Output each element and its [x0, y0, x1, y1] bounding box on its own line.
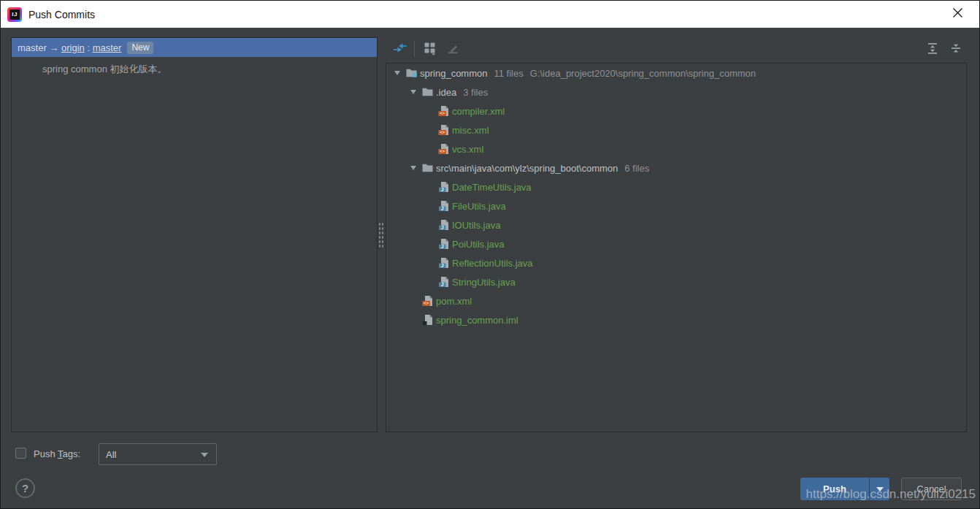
edit-pencil-icon: [446, 41, 461, 58]
tree-row[interactable]: JIOUtils.java: [386, 215, 966, 234]
new-branch-badge: New: [127, 42, 153, 54]
branch-row[interactable]: master → origin : master New: [12, 38, 377, 57]
tree-row[interactable]: <>pom.xml: [386, 291, 966, 310]
push-dropdown-button[interactable]: [870, 478, 889, 500]
java-file-icon: J: [437, 181, 452, 193]
push-tags-label-prefix: Push: [34, 448, 58, 459]
help-button[interactable]: ?: [15, 478, 35, 498]
close-button[interactable]: [941, 1, 973, 27]
remote-branch-link[interactable]: master: [93, 42, 122, 53]
push-tags-label-suffix: ags:: [63, 448, 81, 459]
show-diff-icon: [393, 41, 407, 58]
xml-file-icon: <>: [421, 295, 436, 307]
folder-icon: [421, 86, 436, 98]
toolbar-separator: [414, 41, 415, 57]
intellij-logo-icon: [7, 7, 22, 22]
tree-item-name: PoiUtils.java: [452, 239, 505, 250]
close-icon: [952, 7, 963, 21]
push-commits-dialog: Push Commits master → origin : master Ne…: [0, 0, 980, 509]
tree-item-name: pom.xml: [436, 296, 472, 307]
svg-text:J: J: [441, 206, 444, 211]
tree-item-name: misc.xml: [452, 125, 489, 136]
java-file-icon: J: [437, 276, 452, 288]
local-branch: master: [18, 42, 47, 53]
tree-row[interactable]: JReflectionUtils.java: [386, 253, 966, 272]
tags-dropdown[interactable]: All: [99, 443, 217, 465]
module-folder-icon: [405, 67, 420, 79]
collapse-all-icon: [949, 42, 962, 58]
chevron-expanded-icon[interactable]: [405, 90, 421, 94]
tree-item-name: .idea: [436, 87, 456, 98]
arrow-right-icon: →: [49, 42, 58, 53]
tree-row[interactable]: JPoiUtils.java: [386, 234, 966, 253]
group-by-icon: [423, 41, 437, 58]
tree-row[interactable]: spring_common.iml: [386, 310, 966, 329]
java-file-icon: J: [437, 200, 452, 212]
tree-row[interactable]: JFileUtils.java: [386, 196, 966, 215]
push-split-button: Push: [800, 478, 889, 500]
xml-file-icon: <>: [437, 105, 452, 117]
tree-item-name: IOUtils.java: [452, 220, 500, 231]
tree-row[interactable]: <>misc.xml: [386, 120, 966, 139]
chevron-expanded-icon[interactable]: [405, 166, 421, 170]
svg-text:<>: <>: [440, 148, 445, 153]
svg-text:J: J: [441, 263, 444, 268]
push-tags-checkbox[interactable]: [15, 448, 26, 459]
tree-item-name: spring_common: [420, 68, 488, 79]
svg-text:J: J: [441, 187, 444, 192]
tree-item-file-count: 3 files: [463, 87, 488, 98]
splitter-grip-icon: [378, 222, 384, 248]
cancel-button[interactable]: Cancel: [901, 478, 962, 500]
collapse-all-button[interactable]: [946, 40, 965, 59]
show-diff-button[interactable]: [391, 40, 410, 59]
tags-dropdown-value: All: [106, 449, 116, 460]
tree-item-name: ReflectionUtils.java: [452, 258, 533, 269]
help-question-icon: ?: [22, 482, 28, 494]
tree-item-file-count: 6 files: [624, 163, 649, 174]
remote-link[interactable]: origin: [61, 42, 85, 53]
chevron-expanded-icon[interactable]: [389, 71, 405, 75]
xml-file-icon: <>: [437, 124, 452, 136]
java-file-icon: J: [437, 257, 452, 269]
push-tags-label: Push Tags:: [34, 448, 80, 459]
commits-panel: master → origin : master New spring comm…: [11, 37, 378, 432]
tree-row[interactable]: spring_common11 filesG:\idea_project2020…: [386, 64, 966, 83]
expand-all-icon: [926, 42, 939, 58]
iml-file-icon: [421, 314, 436, 326]
svg-text:J: J: [441, 282, 444, 287]
tree-item-name: DateTimeUtils.java: [452, 182, 532, 193]
svg-text:<>: <>: [424, 300, 429, 305]
folder-icon: [421, 162, 436, 174]
svg-text:<>: <>: [440, 110, 445, 115]
push-button[interactable]: Push: [800, 478, 869, 500]
tree-row[interactable]: JStringUtils.java: [386, 272, 966, 291]
tree-item-name: vcs.xml: [452, 144, 483, 155]
commit-message[interactable]: spring common 初始化版本。: [12, 57, 377, 76]
tree-item-name: compiler.xml: [452, 106, 505, 117]
tree-item-file-count: 11 files: [494, 68, 524, 79]
tree-item-name: StringUtils.java: [452, 277, 516, 288]
group-by-button[interactable]: [421, 40, 440, 59]
xml-file-icon: <>: [437, 143, 452, 155]
tree-item-name: FileUtils.java: [452, 201, 506, 212]
tree-row[interactable]: src\main\java\com\ylz\spring_boot\common…: [386, 158, 966, 177]
titlebar: Push Commits: [1, 1, 979, 28]
svg-text:<>: <>: [440, 129, 445, 134]
svg-text:J: J: [441, 225, 444, 230]
tree-row[interactable]: <>vcs.xml: [386, 139, 966, 158]
splitter-handle[interactable]: [378, 37, 386, 432]
tree-item-path: G:\idea_project2020\spring_common\spring…: [530, 68, 756, 79]
expand-all-button[interactable]: [923, 40, 942, 59]
java-file-icon: J: [437, 238, 452, 250]
tree-item-name: src\main\java\com\ylz\spring_boot\common: [436, 163, 618, 174]
svg-text:J: J: [441, 244, 444, 249]
tree-row[interactable]: <>compiler.xml: [386, 102, 966, 120]
edit-targets-button[interactable]: [444, 40, 463, 59]
window-title: Push Commits: [28, 9, 95, 20]
tree-item-name: spring_common.iml: [436, 315, 518, 326]
java-file-icon: J: [437, 219, 452, 231]
chevron-down-icon: [201, 453, 208, 457]
tree-row[interactable]: .idea3 files: [386, 83, 966, 102]
tree-row[interactable]: JDateTimeUtils.java: [386, 177, 966, 196]
files-panel: spring_common11 filesG:\idea_project2020…: [386, 63, 967, 432]
